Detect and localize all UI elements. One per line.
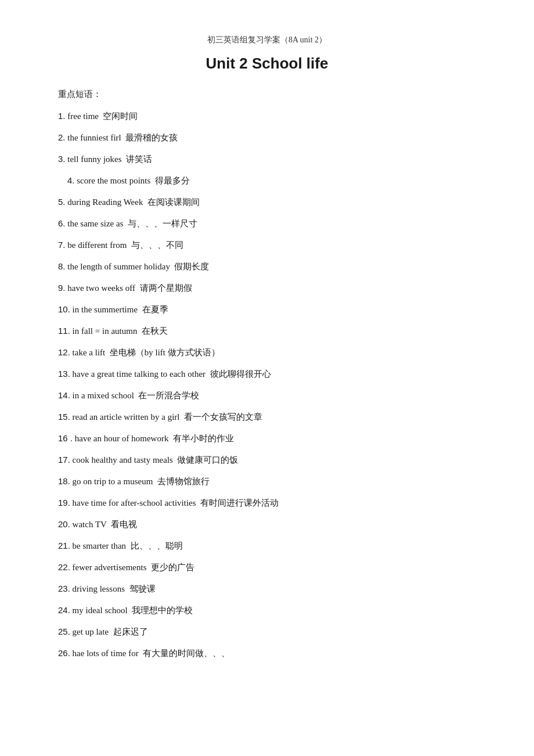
phrase-chinese: 去博物馆旅行 — [157, 477, 210, 486]
phrase-english: in the summertime — [73, 305, 138, 314]
phrase-english: in fall = in autumn — [73, 326, 138, 336]
list-item: 17. cook healthy and tasty meals 做健康可口的饭 — [58, 453, 476, 467]
phrase-english: watch TV — [73, 520, 107, 529]
phrase-chinese: 起床迟了 — [113, 627, 148, 636]
phrase-number: 7. — [58, 240, 66, 250]
phrase-english: free time — [67, 111, 99, 121]
phrase-number: 3. — [58, 154, 66, 164]
phrase-english: tell funny jokes — [67, 154, 121, 164]
phrase-english: the same size as — [67, 219, 123, 228]
phrase-number: 23. — [58, 584, 70, 593]
phrase-list: 1. free time 空闲时间2. the funniest firl 最滑… — [58, 109, 476, 660]
phrase-english: be smarter than — [73, 541, 126, 550]
phrase-number: 9. — [58, 283, 66, 293]
phrase-number: 24. — [58, 605, 70, 615]
subtitle: 初三英语组复习学案（8A unit 2） — [58, 35, 476, 45]
phrase-chinese: 空闲时间 — [103, 111, 138, 121]
list-item: 19. have time for after-school activitie… — [58, 496, 476, 510]
list-item: 22. fewer advertisements 更少的广告 — [58, 560, 476, 574]
phrase-english: hae lots of time for — [73, 649, 139, 658]
phrase-english: my ideal school — [73, 606, 128, 615]
list-item: 25. get up late 起床迟了 — [58, 625, 476, 639]
phrase-chinese: 在秋天 — [142, 326, 168, 336]
list-item: 24. my ideal school 我理想中的学校 — [58, 603, 476, 617]
phrase-number: 25. — [58, 627, 70, 636]
list-item: 3. tell funny jokes 讲笑话 — [58, 152, 476, 166]
phrase-number: 2. — [58, 132, 66, 142]
list-item: 26. hae lots of time for 有大量的时间做、、、 — [58, 646, 476, 660]
list-item: 10. in the summertime 在夏季 — [58, 303, 476, 316]
list-item: 16 . have an hour of homework 有半小时的作业 — [58, 431, 476, 445]
phrase-chinese: 驾驶课 — [129, 584, 156, 593]
phrase-number: 26. — [58, 648, 70, 658]
phrase-chinese: 在夏季 — [142, 305, 168, 314]
phrase-chinese: 有大量的时间做、、、 — [143, 649, 230, 658]
phrase-number: 8. — [58, 261, 66, 271]
phrase-chinese: 坐电梯（by lift 做方式状语） — [110, 348, 220, 357]
list-item: 1. free time 空闲时间 — [58, 109, 476, 123]
phrase-chinese: 彼此聊得很开心 — [210, 369, 271, 379]
phrase-number: 5. — [58, 197, 66, 207]
phrase-chinese: 在一所混合学校 — [138, 391, 199, 400]
phrase-chinese: 得最多分 — [155, 176, 190, 185]
list-item: 4. score the most points 得最多分 — [58, 174, 476, 188]
phrase-number: 19. — [58, 498, 70, 507]
list-item: 15. read an article written by a girl 看一… — [58, 410, 476, 424]
list-item: 14. in a mixed school 在一所混合学校 — [58, 388, 476, 402]
phrase-english: get up late — [73, 627, 109, 636]
phrase-chinese: 讲笑话 — [126, 154, 152, 164]
phrase-number: 14. — [58, 390, 70, 400]
list-item: 9. have two weeks off 请两个星期假 — [58, 281, 476, 295]
phrase-number: 22. — [58, 562, 70, 572]
list-item: 18. go on trip to a museum 去博物馆旅行 — [58, 474, 476, 488]
phrase-number: 21. — [58, 541, 70, 550]
phrase-chinese: 有时间进行课外活动 — [200, 498, 279, 507]
list-item: 5. during Reading Week 在阅读课期间 — [58, 195, 476, 209]
phrase-chinese: 最滑稽的女孩 — [125, 133, 178, 142]
phrase-chinese: 更少的广告 — [151, 563, 194, 572]
phrase-english: driving lessons — [73, 584, 125, 593]
phrase-number: 15. — [58, 412, 70, 422]
phrase-english: take a lift — [73, 348, 106, 357]
phrase-number: 4. — [67, 175, 75, 185]
phrase-chinese: 我理想中的学校 — [132, 606, 193, 615]
list-item: 6. the same size as 与、、、一样尺寸 — [58, 217, 476, 231]
phrase-chinese: 看一个女孩写的文章 — [184, 412, 262, 422]
phrase-number: 17. — [58, 455, 70, 465]
phrase-english: the length of summer holiday — [67, 262, 170, 271]
list-item: 21. be smarter than 比、、、聪明 — [58, 539, 476, 553]
phrase-chinese: 看电视 — [111, 520, 137, 529]
phrase-number: 12. — [58, 347, 70, 357]
phrase-chinese: 与、、、不同 — [131, 240, 183, 250]
phrase-number: 16 . — [58, 433, 73, 443]
phrase-chinese: 比、、、聪明 — [131, 541, 183, 550]
list-item: 8. the length of summer holiday 假期长度 — [58, 260, 476, 273]
phrase-english: the funniest firl — [67, 133, 121, 142]
main-title: Unit 2 School life — [58, 55, 476, 73]
phrase-number: 20. — [58, 519, 70, 529]
list-item: 12. take a lift 坐电梯（by lift 做方式状语） — [58, 345, 476, 359]
phrase-chinese: 有半小时的作业 — [173, 434, 234, 443]
phrase-english: fewer advertisements — [73, 563, 147, 572]
phrase-number: 18. — [58, 476, 70, 486]
phrase-number: 6. — [58, 218, 66, 228]
phrase-english: go on trip to a museum — [73, 477, 153, 486]
phrase-english: read an article written by a girl — [73, 412, 180, 422]
phrase-number: 10. — [58, 304, 70, 314]
section-label: 重点短语： — [58, 89, 476, 100]
phrase-chinese: 请两个星期假 — [140, 283, 192, 293]
phrase-chinese: 与、、、一样尺寸 — [128, 219, 197, 228]
list-item: 11. in fall = in autumn 在秋天 — [58, 324, 476, 338]
phrase-chinese: 做健康可口的饭 — [177, 455, 238, 465]
phrase-english: have two weeks off — [67, 283, 135, 293]
phrase-english: have an hour of homework — [75, 434, 169, 443]
phrase-english: in a mixed school — [73, 391, 134, 400]
phrase-english: have a great time talking to each other — [73, 369, 205, 379]
phrase-english: score the most points — [77, 176, 150, 185]
list-item: 23. driving lessons 驾驶课 — [58, 582, 476, 596]
phrase-chinese: 在阅读课期间 — [147, 197, 200, 207]
list-item: 20. watch TV 看电视 — [58, 517, 476, 531]
list-item: 13. have a great time talking to each ot… — [58, 367, 476, 381]
phrase-number: 1. — [58, 111, 66, 121]
phrase-number: 11. — [58, 326, 70, 336]
